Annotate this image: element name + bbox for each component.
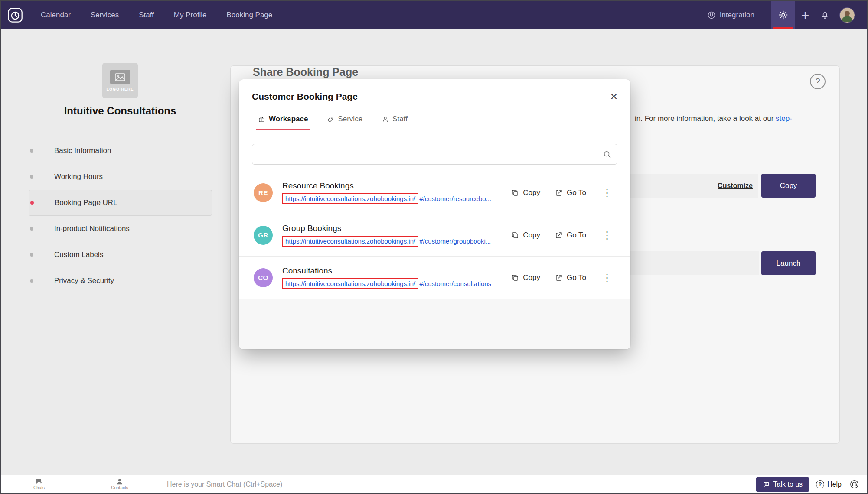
annotation-underline: [773, 27, 793, 29]
copy-icon: [511, 274, 519, 282]
nav-item-services[interactable]: Services: [91, 11, 119, 20]
sidebar-item-privacy-security[interactable]: Privacy & Security: [29, 268, 212, 294]
divider: [159, 478, 159, 491]
sidebar-item-custom-labels[interactable]: Custom Labels: [29, 242, 212, 268]
integration-icon: [707, 11, 716, 20]
bullet-icon: [30, 253, 33, 257]
bullet-icon: [30, 201, 34, 205]
booking-page-url: https://intuitiveconsultations.zohobooki…: [282, 278, 511, 289]
gear-icon: [778, 10, 788, 20]
go-to-button[interactable]: Go To: [555, 273, 586, 282]
sidebar-item-in-product-notifications[interactable]: In-product Notifications: [29, 216, 212, 242]
list-item-group-bookings: GR Group Bookings https://intuitiveconsu…: [239, 214, 630, 257]
booking-page-name: Resource Bookings: [282, 181, 511, 191]
close-icon[interactable]: ×: [610, 91, 617, 103]
list-item-consultations: CO Consultations https://intuitiveconsul…: [239, 257, 630, 299]
service-icon: [327, 116, 334, 123]
search-input[interactable]: [252, 144, 617, 165]
user-avatar[interactable]: [839, 7, 855, 23]
bullet-icon: [30, 227, 33, 231]
top-navbar: Calendar Services Staff My Profile Booki…: [1, 1, 867, 29]
bullet-icon: [30, 175, 33, 179]
settings-button[interactable]: [771, 1, 795, 29]
sidebar-item-working-hours[interactable]: Working Hours: [29, 164, 212, 190]
go-to-button[interactable]: Go To: [555, 231, 586, 240]
booking-page-url: https://intuitiveconsultations.zohobooki…: [282, 193, 511, 204]
booking-page-url: https://intuitiveconsultations.zohobooki…: [282, 236, 511, 247]
help-button[interactable]: ? Help: [816, 480, 842, 488]
logo-placeholder-label: LOGO HERE: [106, 87, 134, 91]
bullet-icon: [30, 279, 33, 283]
contacts-icon: [116, 478, 123, 485]
step-link[interactable]: step-: [776, 114, 792, 123]
question-icon: ?: [816, 480, 824, 488]
nav-links: Calendar Services Staff My Profile Booki…: [41, 11, 272, 20]
more-options-icon[interactable]: ⋮: [601, 230, 613, 240]
more-options-icon[interactable]: ⋮: [601, 273, 613, 283]
copy-icon: [511, 231, 519, 239]
modal-footer: [239, 299, 630, 349]
url-path[interactable]: #/customer/consultations: [419, 280, 491, 287]
bottom-bar: Chats Contacts Talk to us ? Help: [1, 475, 867, 493]
url-link[interactable]: https://intuitiveconsultations.zohobooki…: [285, 280, 415, 287]
avatar: RE: [254, 183, 273, 202]
tab-staff[interactable]: Staff: [382, 115, 408, 130]
contacts-button[interactable]: Contacts: [107, 478, 133, 490]
search-icon: [603, 150, 611, 159]
customer-booking-page-modal: Customer Booking Page × Workspace Servic…: [239, 79, 630, 349]
customize-link[interactable]: Customize: [718, 182, 758, 190]
external-link-icon: [555, 231, 563, 239]
url-path[interactable]: #/customer/resourcebo...: [419, 195, 491, 202]
annotation-red-box: https://intuitiveconsultations.zohobooki…: [282, 193, 418, 204]
nav-item-calendar[interactable]: Calendar: [41, 11, 71, 20]
navbar-right: Integration +: [707, 1, 867, 29]
assist-icon[interactable]: [849, 479, 859, 489]
notifications-button[interactable]: [815, 10, 834, 20]
url-link[interactable]: https://intuitiveconsultations.zohobooki…: [285, 237, 415, 245]
tab-workspace[interactable]: Workspace: [258, 115, 308, 130]
annotation-red-box: https://intuitiveconsultations.zohobooki…: [282, 236, 418, 247]
url-link[interactable]: https://intuitiveconsultations.zohobooki…: [285, 195, 415, 202]
chats-icon: [36, 478, 43, 485]
external-link-icon: [555, 274, 563, 282]
booking-url-field: Customize: [621, 174, 758, 198]
chat-bubble-icon: [763, 481, 770, 488]
chats-button[interactable]: Chats: [26, 478, 52, 490]
list-item-resource-bookings: RE Resource Bookings https://intuitiveco…: [239, 172, 630, 214]
annotation-red-box: https://intuitiveconsultations.zohobooki…: [282, 278, 418, 289]
sidebar-item-booking-page-url[interactable]: Booking Page URL: [29, 190, 212, 216]
go-to-button[interactable]: Go To: [555, 188, 586, 197]
modal-search: [252, 144, 617, 165]
nav-item-staff[interactable]: Staff: [139, 11, 154, 20]
sidebar-item-basic-information[interactable]: Basic Information: [29, 138, 212, 164]
copy-button[interactable]: Copy: [511, 231, 540, 240]
logo-placeholder[interactable]: LOGO HERE: [102, 63, 138, 98]
copy-icon: [511, 189, 519, 197]
integration-label: Integration: [720, 11, 754, 20]
talk-to-us-button[interactable]: Talk to us: [756, 477, 809, 492]
tab-service[interactable]: Service: [327, 115, 362, 130]
nav-item-booking-page[interactable]: Booking Page: [226, 11, 272, 20]
nav-item-my-profile[interactable]: My Profile: [174, 11, 207, 20]
copy-button[interactable]: Copy: [511, 273, 540, 282]
more-options-icon[interactable]: ⋮: [601, 188, 613, 198]
launch-button[interactable]: Launch: [761, 251, 816, 275]
booking-page-name: Group Bookings: [282, 224, 511, 233]
modal-title: Customer Booking Page: [252, 91, 358, 102]
info-text: in. For more information, take a look at…: [635, 114, 792, 123]
bullet-icon: [30, 149, 33, 153]
bookings-logo-icon[interactable]: [7, 7, 23, 23]
booking-page-name: Consultations: [282, 266, 511, 276]
copy-button[interactable]: Copy: [511, 188, 540, 197]
modal-header: Customer Booking Page ×: [239, 79, 630, 103]
avatar: GR: [254, 226, 273, 245]
add-button[interactable]: +: [795, 2, 815, 28]
smart-chat-input[interactable]: [167, 481, 756, 488]
image-icon: [110, 70, 130, 84]
booking-settings-menu: Basic Information Working Hours Booking …: [29, 138, 212, 294]
help-icon[interactable]: ?: [810, 74, 826, 89]
url-path[interactable]: #/customer/groupbooki...: [419, 237, 491, 245]
business-name: Intuitive Consultations: [33, 105, 207, 117]
integration-button[interactable]: Integration: [707, 11, 754, 20]
copy-url-button[interactable]: Copy: [761, 174, 816, 198]
